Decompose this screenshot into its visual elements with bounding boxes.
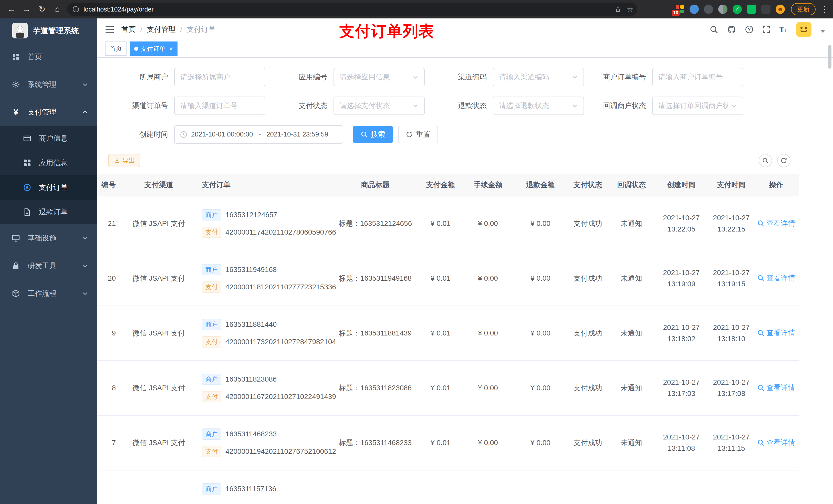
merchant-tag: 商户 bbox=[202, 429, 221, 440]
hamburger-icon[interactable] bbox=[105, 25, 114, 33]
chevron-down-icon bbox=[731, 103, 737, 109]
sidebar-item-app-info[interactable]: 应用信息 bbox=[0, 150, 97, 175]
callback-status-select[interactable]: 请选择订单回调商户状态 bbox=[652, 97, 743, 115]
caret-down-icon[interactable] bbox=[820, 29, 825, 33]
browser-menu-icon[interactable]: ⋮ bbox=[820, 4, 828, 14]
github-icon[interactable] bbox=[727, 25, 736, 34]
pay-channel-cell: 微信 JSAPI 支付 bbox=[123, 361, 195, 415]
sidebar-item-payment[interactable]: ¥ 支付管理 bbox=[0, 98, 97, 126]
browser-toolbar: ← → ↻ ⌂ localhost:1024/pay/order ☆ 10 ✓ … bbox=[0, 0, 833, 19]
pay-tag: 支付 bbox=[202, 282, 221, 293]
filter-row-3: 创建时间 2021-10-01 00:00:00 - 2021-10-31 23… bbox=[97, 125, 833, 144]
back-icon[interactable]: ← bbox=[5, 3, 18, 16]
export-button[interactable]: 导出 bbox=[108, 154, 140, 167]
toolbar-right bbox=[759, 154, 790, 167]
filter-row-2: 渠道订单号 支付状态 请选择支付状态 退款状态 请选择退款状态 回调商户状态 请… bbox=[97, 97, 833, 115]
sidebar-item-merchant-info[interactable]: 商户信息 bbox=[0, 126, 97, 150]
merchant-tag: 商户 bbox=[202, 319, 221, 330]
sidebar-item-pay-order[interactable]: 支付订单 bbox=[0, 175, 97, 200]
sidebar-item-label: 支付订单 bbox=[39, 183, 68, 192]
action-cell: 查看详情 bbox=[753, 306, 799, 361]
view-detail-label: 查看详情 bbox=[766, 328, 795, 338]
sidebar-item-system[interactable]: 系统管理 bbox=[0, 71, 97, 98]
chevron-down-icon bbox=[412, 103, 419, 109]
fee-amount-cell: ¥ 0.00 bbox=[461, 306, 515, 361]
channel-code-select[interactable]: 请输入渠道编码 bbox=[493, 68, 584, 86]
breadcrumb-payment[interactable]: 支付管理 bbox=[147, 25, 176, 34]
refresh-table-icon[interactable] bbox=[777, 154, 790, 167]
app-id-select[interactable]: 请选择应用信息 bbox=[334, 68, 425, 86]
refund-status-select[interactable]: 请选择退款状态 bbox=[493, 97, 584, 115]
extension-chat-icon[interactable] bbox=[747, 5, 756, 14]
bookmark-star-icon[interactable]: ☆ bbox=[627, 5, 633, 14]
extension-dark-icon[interactable] bbox=[704, 5, 713, 14]
sidebar-item-home[interactable]: 首页 bbox=[0, 43, 97, 71]
create-time-cell: 2021-10-2713:18:02 bbox=[653, 306, 710, 361]
merchant-input[interactable] bbox=[174, 68, 265, 86]
pay-time-cell: 2021-10-2713:18:10 bbox=[710, 306, 753, 361]
tab-label: 首页 bbox=[110, 45, 122, 53]
reload-icon[interactable]: ↻ bbox=[35, 3, 49, 16]
extension-blue-icon[interactable] bbox=[690, 5, 699, 14]
reset-button[interactable]: 重置 bbox=[398, 126, 438, 143]
share-icon[interactable] bbox=[615, 6, 622, 13]
sidebar-item-refund-order[interactable]: 退款订单 bbox=[0, 200, 97, 224]
merchant-order-no-input[interactable] bbox=[652, 68, 743, 86]
search-button[interactable]: 搜索 bbox=[353, 126, 393, 143]
extension-puzzle-icon[interactable]: 10 bbox=[675, 5, 685, 14]
pay-status-select[interactable]: 请选择支付状态 bbox=[334, 97, 425, 115]
date-end-value: 2021-10-31 23:59:59 bbox=[266, 130, 328, 138]
payment-submenu: 商户信息 应用信息 支付订单 退款订单 bbox=[0, 126, 97, 224]
view-detail-link[interactable]: 查看详情 bbox=[757, 328, 795, 338]
extension-pin-icon[interactable] bbox=[761, 5, 770, 14]
monitor-icon bbox=[10, 234, 22, 242]
url-text[interactable]: localhost:1024/pay/order bbox=[84, 6, 615, 13]
merchant-tag: 商户 bbox=[202, 374, 221, 385]
site-info-icon[interactable] bbox=[72, 6, 79, 13]
sidebar-item-infrastructure[interactable]: 基础设施 bbox=[0, 224, 97, 252]
home-icon[interactable]: ⌂ bbox=[51, 3, 64, 16]
view-detail-link[interactable]: 查看详情 bbox=[757, 383, 795, 392]
sidebar-item-workflow[interactable]: 工作流程 bbox=[0, 280, 97, 307]
view-detail-link[interactable]: 查看详情 bbox=[757, 218, 795, 228]
chrome-update-button[interactable]: 更新 bbox=[791, 3, 815, 15]
pay-channel-cell: 微信 JSAPI 支付 bbox=[123, 306, 195, 361]
order-id-cell: 8 bbox=[97, 361, 123, 415]
forward-icon[interactable]: → bbox=[20, 3, 33, 16]
tab-home[interactable]: 首页 bbox=[105, 42, 126, 56]
merchant-order-no: 1635312124657 bbox=[225, 211, 277, 219]
font-size-icon[interactable]: TT bbox=[779, 25, 787, 34]
tab-close-icon[interactable]: × bbox=[169, 45, 173, 53]
column-header-5: 手续金额 bbox=[461, 174, 515, 196]
product-title-cell: 标题：1635311881439 bbox=[330, 306, 420, 361]
search-icon[interactable] bbox=[710, 25, 718, 34]
toggle-search-icon[interactable] bbox=[759, 154, 772, 167]
refund-amount-cell: ¥ 0.00 bbox=[515, 251, 566, 306]
pay-time-cell bbox=[710, 470, 753, 504]
pay-channel-cell: 微信 JSAPI 支付 bbox=[123, 196, 195, 251]
breadcrumb-home[interactable]: 首页 bbox=[121, 25, 136, 34]
tab-pay-order[interactable]: 支付订单 × bbox=[129, 42, 177, 56]
column-header-3: 商品标题 bbox=[330, 174, 420, 196]
scrollbar-thumb[interactable] bbox=[828, 45, 831, 69]
address-bar[interactable]: localhost:1024/pay/order ☆ bbox=[67, 3, 637, 16]
dashboard-icon bbox=[10, 53, 22, 61]
help-icon[interactable]: ? bbox=[745, 25, 754, 34]
date-range-input[interactable]: 2021-10-01 00:00:00 - 2021-10-31 23:59:5… bbox=[174, 125, 343, 144]
yen-icon: ¥ bbox=[10, 108, 22, 116]
callback-status-cell: 未通知 bbox=[610, 361, 653, 415]
filter-label: 渠道订单号 bbox=[108, 101, 174, 111]
callback-status-cell bbox=[610, 470, 653, 504]
sidebar-item-dev-tools[interactable]: 研发工具 bbox=[0, 252, 97, 280]
view-detail-link[interactable]: 查看详情 bbox=[757, 273, 795, 283]
extension-duo-icon[interactable] bbox=[718, 5, 728, 14]
channel-order-no-input[interactable] bbox=[174, 97, 265, 115]
column-header-1: 支付渠道 bbox=[123, 174, 195, 196]
profile-face-icon[interactable]: ☻ bbox=[776, 5, 785, 14]
view-detail-link[interactable]: 查看详情 bbox=[757, 438, 795, 448]
fullscreen-icon[interactable] bbox=[762, 25, 770, 33]
filter-channel-order-no: 渠道订单号 bbox=[108, 97, 265, 115]
app-logo[interactable]: 芋道管理系统 bbox=[0, 19, 97, 43]
user-avatar[interactable] bbox=[796, 22, 811, 37]
extension-check-icon[interactable]: ✓ bbox=[733, 5, 742, 14]
